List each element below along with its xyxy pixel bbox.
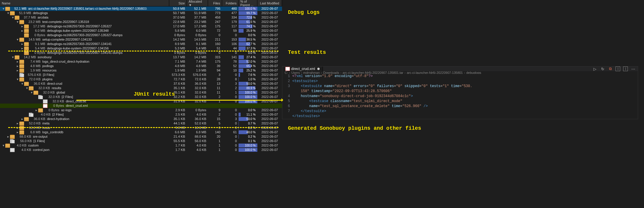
tree-row[interactable]: 56.0 KB[1 Files]55.5 KB56.0 KB100.1 %202… (0, 139, 282, 143)
tree-row[interactable]: 36.0 KBdirect-crud37.6 KB36.0 KB13350.0 … (0, 81, 282, 86)
col-folders[interactable]: Folders (222, 0, 239, 6)
more-actions-icon[interactable]: ⋯ (631, 66, 635, 71)
collapse-icon[interactable] (2, 6, 5, 11)
tree-body[interactable]: 52.1 MBarc-ci-launcher-fdr6j-20220907-13… (0, 6, 282, 208)
run-icon[interactable]: ▷ (593, 66, 597, 71)
tree-row[interactable]: 4.0 KBcontrol.json1.7 KB4.0 KB10100.0 %2… (0, 148, 282, 152)
tree-row[interactable]: 17.2 MBdebuglogs-ns1662557303-20220907-1… (0, 24, 282, 29)
collapse-icon[interactable] (11, 15, 15, 20)
folder-icon (19, 77, 24, 81)
split-editor-icon[interactable] (616, 66, 620, 71)
tree-row-name: 14.5 MBsetup-complete-20220907-134133 (0, 37, 169, 42)
cell-percent-parent: 88.9 % (239, 86, 257, 90)
collapse-icon[interactable] (30, 90, 33, 95)
tree-row[interactable]: 14.5 MBsetup-complete-20220907-13413314.… (0, 37, 282, 42)
expand-icon[interactable] (21, 24, 24, 29)
tree-row[interactable]: 88.0 KBsre-output21.4 KB88.0 KB2000.2 %2… (0, 134, 282, 139)
collapse-icon[interactable] (16, 20, 19, 24)
cell-modified: 2022-09-07 (257, 112, 282, 117)
compare-icon[interactable]: ⧉ (608, 66, 613, 71)
tree-row[interactable]: 4.0 KBcustom1.7 KB4.0 KB10100.0 %2022-09… (0, 143, 282, 148)
cell-allocated: 0 Bytes (187, 33, 208, 37)
tree-row[interactable]: 14.2 MBsonobuoy13.7 MB14.2 MB31514127.4 … (0, 55, 282, 59)
cell-size: 21.4 KB (169, 134, 187, 139)
expand-icon[interactable] (16, 59, 19, 64)
expand-icon[interactable] (16, 121, 19, 126)
tree-row[interactable]: 1.9 MBresources1.9 MB1.9 MB941025.2 %202… (0, 68, 282, 73)
tree-row[interactable]: 0 Bytesaz-logs2.9 KB0 Bytes900.0 %2022-0… (0, 108, 282, 112)
cell-percent-parent: 61.5 % (239, 20, 257, 24)
tree-row[interactable]: 4.8 MBpodlogs4.8 MB4.8 MB395265.4 %2022-… (0, 64, 282, 68)
collapse-icon[interactable] (21, 81, 24, 86)
inline-size: 0 Bytes (44, 108, 59, 112)
cell-modified: 2022-09-07 (257, 42, 282, 46)
tree-row[interactable]: 9.1 MBdebuglogs-ns1662557303-20220907-13… (0, 42, 282, 46)
collapse-icon[interactable] (25, 86, 29, 90)
col-size[interactable]: Size (169, 0, 187, 6)
expand-icon[interactable] (35, 108, 38, 112)
tree-row[interactable]: 5.4 MBdebuglogs-kube-system-20220907-134… (0, 46, 282, 51)
percent-text: 62.7 % (246, 42, 256, 46)
cell-percent-parent: 25.2 % (239, 68, 257, 73)
history-icon[interactable]: ↻ (600, 66, 605, 71)
tree-row[interactable]: 37.7 MBarcdata37.0 MB37.7 MB45833472.6 %… (0, 15, 282, 20)
tree-row[interactable]: 7.4 MBlogs_direct-crud_direct-hydration7… (0, 59, 282, 64)
divider-generated (8, 127, 279, 128)
expand-icon[interactable] (16, 64, 19, 68)
expand-icon[interactable] (6, 134, 10, 139)
expand-icon[interactable] (16, 130, 19, 134)
editor-code-area[interactable]: 1234567 <?xml version="1.0" encoding="ut… (282, 74, 638, 119)
annotation-junit: JUnit results (134, 91, 175, 97)
col-files[interactable]: Files (208, 0, 222, 6)
tree-row[interactable]: 4.0 KB[2 Files]2.5 KB4.0 KB2011.1 %2022-… (0, 112, 282, 117)
col-name[interactable]: Name (0, 0, 169, 6)
breadcrumb-segment[interactable]: Users (291, 71, 300, 74)
cell-percent-parent: 50.0 % (239, 81, 257, 86)
breadcrumb-segment[interactable]: Downloads (323, 71, 339, 74)
tree-row[interactable]: 52.0 KBmeta44.1 KB52.0 KB500.7 %2022-09-… (0, 121, 282, 126)
expand-icon[interactable] (16, 68, 19, 73)
breadcrumb-segment[interactable]: debuglogs (466, 71, 481, 74)
tree-row[interactable]: 36.0 KBdirect-hydration35.1 KB36.0 KB153… (0, 117, 282, 121)
breadcrumb-segment[interactable]: arc-ci-launcher-fdr6j-20220907-135801 (407, 71, 463, 74)
collapse-icon[interactable] (11, 55, 15, 59)
dirty-indicator-icon (317, 68, 320, 70)
expand-icon[interactable] (21, 117, 24, 121)
collapse-icon[interactable] (16, 77, 19, 81)
tree-row[interactable]: 32.0 KBresults35.1 KB32.0 KB11288.9 %202… (0, 86, 282, 90)
expand-icon[interactable] (21, 46, 24, 51)
col-allocated[interactable]: Allocated ▼ (187, 0, 208, 6)
tree-row[interactable]: 23.2 MBtest-complete-20220907-13531822.8… (0, 20, 282, 24)
breadcrumb-segment[interactable]: arc-ci-launcher-fdr6j-20220907-135801.ta… (343, 71, 403, 74)
tree-row[interactable]: 72.0 KBplugins72.7 KB72.0 KB2881.0 %2022… (0, 77, 282, 81)
editor-breadcrumb[interactable]: C:›Users›mdrrahman›Downloads›arc-ci-laun… (282, 71, 638, 74)
collapse-icon[interactable] (2, 143, 5, 148)
inline-size: 23.2 MB (25, 20, 41, 24)
folder-icon (19, 20, 24, 24)
collapse-icon[interactable] (6, 11, 10, 15)
tree-row[interactable]: 576.0 KB[3 Files]573.3 KB576.0 KB307.6 %… (0, 73, 282, 77)
tree-row[interactable]: 6.8 MBlogs_controldb6.6 MB6.8 MB1406148.… (0, 130, 282, 134)
collapse-icon[interactable] (16, 37, 19, 42)
expand-icon[interactable] (21, 42, 24, 46)
expand-icon[interactable] (21, 29, 24, 33)
breadcrumb-segment[interactable]: C: (285, 71, 288, 74)
editor-source[interactable]: <?xml version="1.0" encoding="utf-8"?> <… (292, 74, 638, 119)
editor-tab-direct-crud-xml[interactable]: direct_crud.xml (282, 66, 323, 71)
tree-row[interactable]: 51.9 MBdebuglogs50.7 MB51.9 MB77347799.7… (0, 11, 282, 15)
cell-folders: 334 (222, 15, 239, 20)
layout-icon[interactable] (623, 66, 628, 71)
xml-file-icon (285, 67, 290, 71)
breadcrumb-segment[interactable]: mdrrahman (303, 71, 320, 74)
cell-files: 11 (208, 86, 222, 90)
tree-row[interactable]: 52.1 MBarc-ci-launcher-fdr6j-20220907-13… (0, 6, 282, 11)
tree-row[interactable]: 6.0 MBdebuglogs-kube-system-20220907-135… (0, 29, 282, 33)
cell-allocated: 88.0 KB (187, 134, 208, 139)
tree-row[interactable]: 0 Bytesdebuglogs-ns1662557303-20220907-1… (0, 33, 282, 37)
files-icon (38, 95, 43, 99)
col-parent[interactable]: % of Parent ... (239, 0, 257, 6)
col-modified[interactable]: Last Modified (257, 0, 282, 6)
tree-row[interactable]: 0 Bytesdirect_crud.xml (0, 104, 282, 108)
percent-bar (239, 55, 244, 59)
cell-allocated: 4.0 KB (187, 112, 208, 117)
